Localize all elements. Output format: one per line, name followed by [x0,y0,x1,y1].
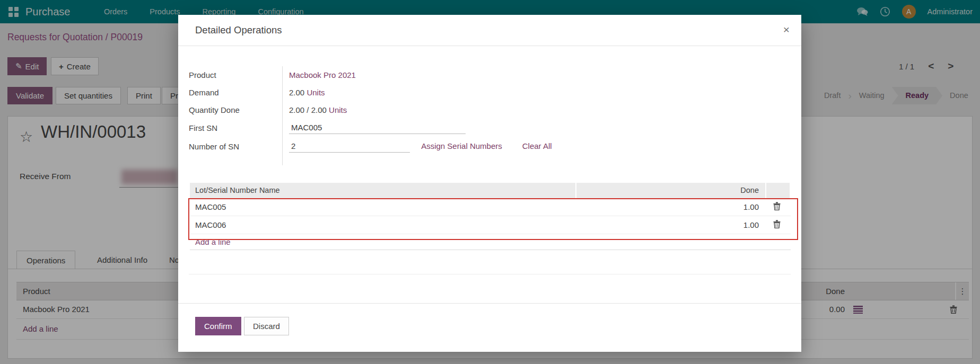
serial-name-cell[interactable]: MAC005 [190,202,576,211]
demand-unit: Units [307,88,325,97]
serial-row[interactable]: MAC005 1.00 [190,198,791,216]
discard-button[interactable]: Discard [244,317,289,335]
product-value-link[interactable]: Macbook Pro 2021 [289,70,356,79]
group-divider [189,274,791,274]
serial-done-header[interactable]: Done [576,183,765,198]
quantity-done-unit: Units [329,105,347,114]
product-label: Product [189,70,282,79]
first-sn-label: First SN [189,123,282,132]
serial-done-cell[interactable]: 1.00 [576,220,765,229]
delete-serial-trash-icon[interactable] [773,202,781,212]
first-sn-input[interactable] [289,122,466,134]
serial-done-cell[interactable]: 1.00 [576,202,765,211]
quantity-done-label: Quantity Done [189,105,282,114]
close-icon[interactable]: × [783,15,790,45]
modal-title: Detailed Operations [195,15,282,46]
serial-table-header: Lot/Serial Number Name Done [190,183,791,198]
delete-serial-trash-icon[interactable] [773,220,781,230]
quantity-done-value: 2.00 / 2.00 [289,105,327,114]
number-of-sn-input[interactable] [289,140,410,153]
modal-footer-divider [178,303,801,304]
demand-value: 2.00 [289,88,304,97]
modal-form: Product Macbook Pro 2021 Demand 2.00 Uni… [189,66,592,156]
serial-add-line-row: Add a line [190,234,791,250]
detailed-operations-modal: Detailed Operations × Product Macbook Pr… [178,15,801,352]
number-of-sn-label: Number of SN [189,142,282,151]
serial-numbers-table: Lot/Serial Number Name Done MAC005 1.00 [190,183,791,250]
assign-serial-numbers-link[interactable]: Assign Serial Numbers [421,141,502,150]
confirm-button[interactable]: Confirm [195,317,241,335]
serial-add-line-link[interactable]: Add a line [195,237,231,246]
lot-serial-name-header[interactable]: Lot/Serial Number Name [190,183,575,198]
clear-all-link[interactable]: Clear All [522,141,552,150]
modal-header: Detailed Operations × [178,15,801,46]
serial-name-cell[interactable]: MAC006 [190,220,576,229]
demand-label: Demand [189,88,282,97]
serial-row[interactable]: MAC006 1.00 [190,216,791,234]
